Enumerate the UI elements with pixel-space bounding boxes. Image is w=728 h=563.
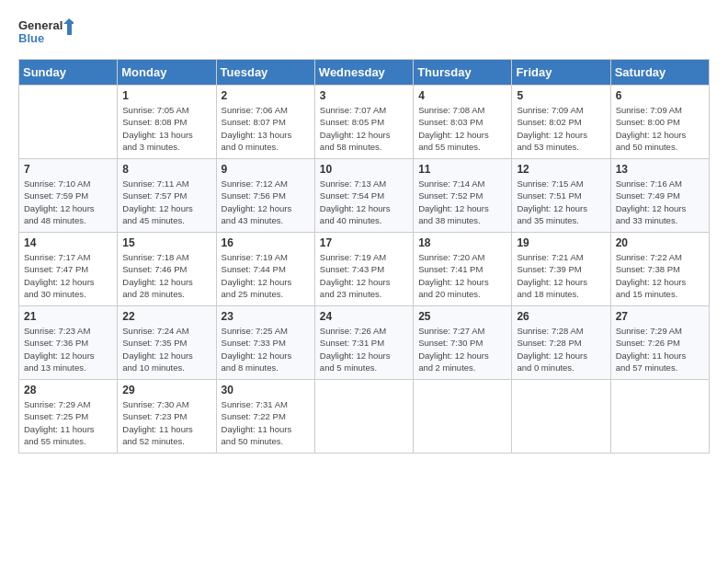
calendar-cell: 13Sunrise: 7:16 AM Sunset: 7:49 PM Dayli… bbox=[610, 159, 709, 233]
calendar-cell: 5Sunrise: 7:09 AM Sunset: 8:02 PM Daylig… bbox=[512, 86, 610, 159]
day-info: Sunrise: 7:29 AM Sunset: 7:26 PM Dayligh… bbox=[616, 325, 704, 373]
day-number: 8 bbox=[122, 163, 210, 176]
calendar-cell: 20Sunrise: 7:22 AM Sunset: 7:38 PM Dayli… bbox=[610, 233, 709, 306]
day-number: 14 bbox=[24, 236, 112, 249]
day-number: 15 bbox=[122, 236, 210, 249]
day-number: 1 bbox=[122, 89, 210, 102]
header-day-thursday: Thursday bbox=[414, 60, 512, 86]
day-number: 11 bbox=[418, 163, 506, 176]
calendar-cell: 8Sunrise: 7:11 AM Sunset: 7:57 PM Daylig… bbox=[118, 159, 216, 233]
logo-svg: General Blue bbox=[18, 17, 74, 50]
day-number: 17 bbox=[320, 236, 408, 249]
day-number: 21 bbox=[24, 310, 112, 323]
calendar-cell: 6Sunrise: 7:09 AM Sunset: 8:00 PM Daylig… bbox=[610, 86, 709, 159]
calendar-cell: 24Sunrise: 7:26 AM Sunset: 7:31 PM Dayli… bbox=[314, 306, 413, 380]
calendar-cell: 25Sunrise: 7:27 AM Sunset: 7:30 PM Dayli… bbox=[414, 306, 512, 380]
calendar-cell: 3Sunrise: 7:07 AM Sunset: 8:05 PM Daylig… bbox=[314, 86, 413, 159]
day-info: Sunrise: 7:25 AM Sunset: 7:33 PM Dayligh… bbox=[222, 325, 310, 373]
day-info: Sunrise: 7:15 AM Sunset: 7:51 PM Dayligh… bbox=[517, 178, 605, 226]
header: General Blue bbox=[18, 17, 710, 50]
week-row-1: 1Sunrise: 7:05 AM Sunset: 8:08 PM Daylig… bbox=[19, 86, 710, 159]
calendar-cell: 15Sunrise: 7:18 AM Sunset: 7:46 PM Dayli… bbox=[118, 233, 216, 306]
day-number: 22 bbox=[122, 310, 210, 323]
calendar-cell: 23Sunrise: 7:25 AM Sunset: 7:33 PM Dayli… bbox=[216, 306, 314, 380]
day-info: Sunrise: 7:30 AM Sunset: 7:23 PM Dayligh… bbox=[122, 398, 210, 447]
calendar-cell bbox=[19, 86, 118, 159]
day-number: 12 bbox=[517, 163, 605, 176]
week-row-4: 21Sunrise: 7:23 AM Sunset: 7:36 PM Dayli… bbox=[19, 306, 710, 380]
day-info: Sunrise: 7:23 AM Sunset: 7:36 PM Dayligh… bbox=[24, 325, 112, 373]
day-info: Sunrise: 7:18 AM Sunset: 7:46 PM Dayligh… bbox=[122, 251, 210, 300]
day-number: 10 bbox=[320, 163, 408, 176]
day-number: 19 bbox=[517, 236, 605, 249]
day-number: 27 bbox=[616, 310, 704, 323]
calendar-cell: 14Sunrise: 7:17 AM Sunset: 7:47 PM Dayli… bbox=[19, 233, 118, 306]
page: General Blue SundayMondayTuesdayWednesda… bbox=[0, 0, 728, 563]
week-row-5: 28Sunrise: 7:29 AM Sunset: 7:25 PM Dayli… bbox=[19, 380, 710, 454]
day-info: Sunrise: 7:26 AM Sunset: 7:31 PM Dayligh… bbox=[320, 325, 408, 373]
day-number: 24 bbox=[320, 310, 408, 323]
header-day-monday: Monday bbox=[118, 60, 216, 86]
calendar-cell: 11Sunrise: 7:14 AM Sunset: 7:52 PM Dayli… bbox=[414, 159, 512, 233]
day-info: Sunrise: 7:11 AM Sunset: 7:57 PM Dayligh… bbox=[122, 178, 210, 226]
header-row: SundayMondayTuesdayWednesdayThursdayFrid… bbox=[19, 60, 710, 86]
day-info: Sunrise: 7:31 AM Sunset: 7:22 PM Dayligh… bbox=[222, 398, 310, 447]
day-number: 3 bbox=[320, 89, 408, 102]
calendar-cell: 28Sunrise: 7:29 AM Sunset: 7:25 PM Dayli… bbox=[19, 380, 118, 454]
calendar-cell: 17Sunrise: 7:19 AM Sunset: 7:43 PM Dayli… bbox=[314, 233, 413, 306]
day-number: 16 bbox=[222, 236, 310, 249]
calendar-cell bbox=[512, 380, 610, 454]
calendar-table: SundayMondayTuesdayWednesdayThursdayFrid… bbox=[18, 59, 710, 454]
day-number: 18 bbox=[418, 236, 506, 249]
header-day-wednesday: Wednesday bbox=[314, 60, 413, 86]
day-number: 30 bbox=[222, 384, 310, 396]
header-day-tuesday: Tuesday bbox=[216, 60, 314, 86]
calendar-cell: 26Sunrise: 7:28 AM Sunset: 7:28 PM Dayli… bbox=[512, 306, 610, 380]
day-number: 6 bbox=[616, 89, 704, 102]
day-number: 2 bbox=[222, 89, 310, 102]
calendar-cell bbox=[610, 380, 709, 454]
day-number: 20 bbox=[616, 236, 704, 249]
header-day-friday: Friday bbox=[512, 60, 610, 86]
day-info: Sunrise: 7:06 AM Sunset: 8:07 PM Dayligh… bbox=[222, 104, 310, 153]
day-info: Sunrise: 7:27 AM Sunset: 7:30 PM Dayligh… bbox=[418, 325, 506, 373]
day-info: Sunrise: 7:08 AM Sunset: 8:03 PM Dayligh… bbox=[418, 104, 506, 153]
day-info: Sunrise: 7:24 AM Sunset: 7:35 PM Dayligh… bbox=[122, 325, 210, 373]
day-info: Sunrise: 7:28 AM Sunset: 7:28 PM Dayligh… bbox=[517, 325, 605, 373]
header-day-saturday: Saturday bbox=[610, 60, 709, 86]
day-info: Sunrise: 7:12 AM Sunset: 7:56 PM Dayligh… bbox=[222, 178, 310, 226]
svg-marker-2 bbox=[63, 18, 74, 35]
week-row-3: 14Sunrise: 7:17 AM Sunset: 7:47 PM Dayli… bbox=[19, 233, 710, 306]
calendar-cell: 30Sunrise: 7:31 AM Sunset: 7:22 PM Dayli… bbox=[216, 380, 314, 454]
day-number: 26 bbox=[517, 310, 605, 323]
day-number: 28 bbox=[24, 384, 112, 396]
day-info: Sunrise: 7:22 AM Sunset: 7:38 PM Dayligh… bbox=[616, 251, 704, 300]
day-info: Sunrise: 7:10 AM Sunset: 7:59 PM Dayligh… bbox=[24, 178, 112, 226]
day-info: Sunrise: 7:20 AM Sunset: 7:41 PM Dayligh… bbox=[418, 251, 506, 300]
calendar-cell: 29Sunrise: 7:30 AM Sunset: 7:23 PM Dayli… bbox=[118, 380, 216, 454]
logo: General Blue bbox=[18, 17, 74, 50]
day-info: Sunrise: 7:07 AM Sunset: 8:05 PM Dayligh… bbox=[320, 104, 408, 153]
calendar-cell: 10Sunrise: 7:13 AM Sunset: 7:54 PM Dayli… bbox=[314, 159, 413, 233]
calendar-cell: 4Sunrise: 7:08 AM Sunset: 8:03 PM Daylig… bbox=[414, 86, 512, 159]
day-info: Sunrise: 7:19 AM Sunset: 7:44 PM Dayligh… bbox=[222, 251, 310, 300]
day-info: Sunrise: 7:16 AM Sunset: 7:49 PM Dayligh… bbox=[616, 178, 704, 226]
day-info: Sunrise: 7:13 AM Sunset: 7:54 PM Dayligh… bbox=[320, 178, 408, 226]
calendar-cell: 22Sunrise: 7:24 AM Sunset: 7:35 PM Dayli… bbox=[118, 306, 216, 380]
calendar-cell bbox=[314, 380, 413, 454]
day-number: 9 bbox=[222, 163, 310, 176]
day-number: 29 bbox=[122, 384, 210, 396]
calendar-cell: 16Sunrise: 7:19 AM Sunset: 7:44 PM Dayli… bbox=[216, 233, 314, 306]
calendar-cell: 1Sunrise: 7:05 AM Sunset: 8:08 PM Daylig… bbox=[118, 86, 216, 159]
day-info: Sunrise: 7:19 AM Sunset: 7:43 PM Dayligh… bbox=[320, 251, 408, 300]
svg-text:General: General bbox=[18, 18, 63, 32]
svg-text:Blue: Blue bbox=[18, 31, 44, 45]
day-info: Sunrise: 7:17 AM Sunset: 7:47 PM Dayligh… bbox=[24, 251, 112, 300]
day-info: Sunrise: 7:09 AM Sunset: 8:00 PM Dayligh… bbox=[616, 104, 704, 153]
day-info: Sunrise: 7:21 AM Sunset: 7:39 PM Dayligh… bbox=[517, 251, 605, 300]
calendar-cell bbox=[414, 380, 512, 454]
day-info: Sunrise: 7:09 AM Sunset: 8:02 PM Dayligh… bbox=[517, 104, 605, 153]
day-number: 13 bbox=[616, 163, 704, 176]
calendar-cell: 7Sunrise: 7:10 AM Sunset: 7:59 PM Daylig… bbox=[19, 159, 118, 233]
day-number: 23 bbox=[222, 310, 310, 323]
